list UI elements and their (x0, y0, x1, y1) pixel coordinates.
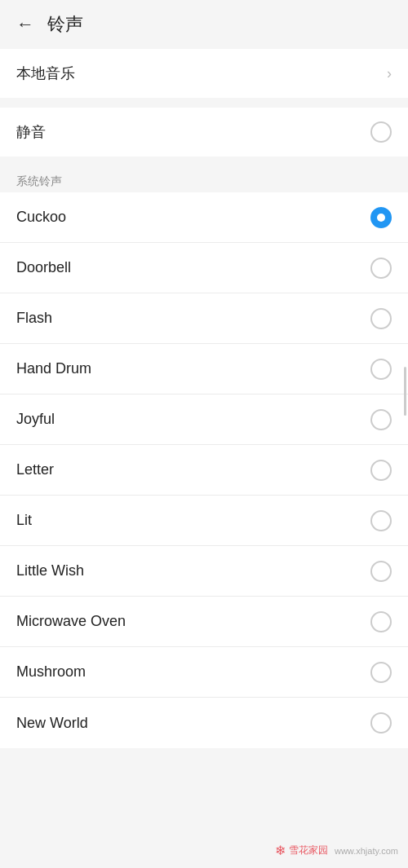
radio-letter[interactable] (370, 460, 392, 481)
spacer-1 (0, 98, 408, 108)
ringtone-item-flash[interactable]: Flash (0, 293, 408, 344)
silent-item[interactable]: 静音 (0, 108, 408, 156)
chevron-right-icon: › (387, 65, 392, 82)
radio-flash[interactable] (370, 308, 392, 329)
silent-label: 静音 (16, 122, 46, 142)
system-ringtones-label: 系统铃声 (16, 174, 62, 187)
ringtone-name-flash: Flash (16, 310, 52, 327)
radio-little-wish[interactable] (370, 561, 392, 582)
watermark-snowflake-icon: ❄ (275, 843, 286, 858)
local-music-item[interactable]: 本地音乐 › (0, 49, 408, 98)
radio-lit[interactable] (370, 510, 392, 531)
local-music-section: 本地音乐 › (0, 49, 408, 98)
page-container: ← 铃声 本地音乐 › 静音 系统铃声 Cuckoo Doorbell Fla (0, 0, 408, 868)
radio-hand-drum[interactable] (370, 359, 392, 380)
ringtone-item-hand-drum[interactable]: Hand Drum (0, 344, 408, 394)
radio-new-world[interactable] (370, 712, 392, 734)
radio-doorbell[interactable] (370, 258, 392, 279)
system-ringtones-header: 系统铃声 (0, 166, 408, 192)
ringtone-name-doorbell: Doorbell (16, 259, 71, 276)
radio-mushroom[interactable] (370, 662, 392, 683)
ringtone-name-new-world: New World (16, 715, 88, 732)
ringtone-item-letter[interactable]: Letter (0, 445, 408, 496)
ringtone-name-mushroom: Mushroom (16, 663, 86, 681)
ringtone-name-letter: Letter (16, 461, 54, 478)
ringtone-item-microwave-oven[interactable]: Microwave Oven (0, 597, 408, 647)
ringtones-list: Cuckoo Doorbell Flash Hand Drum Joyful L… (0, 192, 408, 748)
scrollbar[interactable] (404, 367, 406, 416)
local-music-label: 本地音乐 (16, 64, 75, 83)
ringtone-item-doorbell[interactable]: Doorbell (0, 243, 408, 293)
ringtone-name-microwave-oven: Microwave Oven (16, 613, 126, 630)
ringtone-item-cuckoo[interactable]: Cuckoo (0, 192, 408, 243)
radio-joyful[interactable] (370, 409, 392, 430)
watermark-text: 雪花家园 (289, 844, 328, 857)
silent-section: 静音 (0, 108, 408, 156)
ringtone-name-little-wish: Little Wish (16, 562, 84, 579)
radio-microwave-oven[interactable] (370, 611, 392, 632)
radio-cuckoo[interactable] (370, 207, 392, 228)
ringtone-item-joyful[interactable]: Joyful (0, 394, 408, 445)
ringtone-item-little-wish[interactable]: Little Wish (0, 546, 408, 597)
ringtone-item-new-world[interactable]: New World (0, 698, 408, 748)
page-title: 铃声 (47, 12, 83, 37)
ringtone-name-joyful: Joyful (16, 411, 55, 428)
watermark-url: www.xhjaty.com (335, 846, 398, 856)
ringtone-name-lit: Lit (16, 512, 32, 529)
ringtone-item-mushroom[interactable]: Mushroom (0, 647, 408, 698)
ringtone-item-lit[interactable]: Lit (0, 496, 408, 546)
spacer-2 (0, 156, 408, 166)
header: ← 铃声 (0, 0, 408, 49)
ringtone-name-cuckoo: Cuckoo (16, 209, 66, 226)
silent-radio[interactable] (370, 121, 392, 143)
back-button[interactable]: ← (16, 14, 34, 35)
watermark: ❄ 雪花家园 www.xhjaty.com (275, 843, 398, 858)
ringtone-name-hand-drum: Hand Drum (16, 360, 91, 377)
